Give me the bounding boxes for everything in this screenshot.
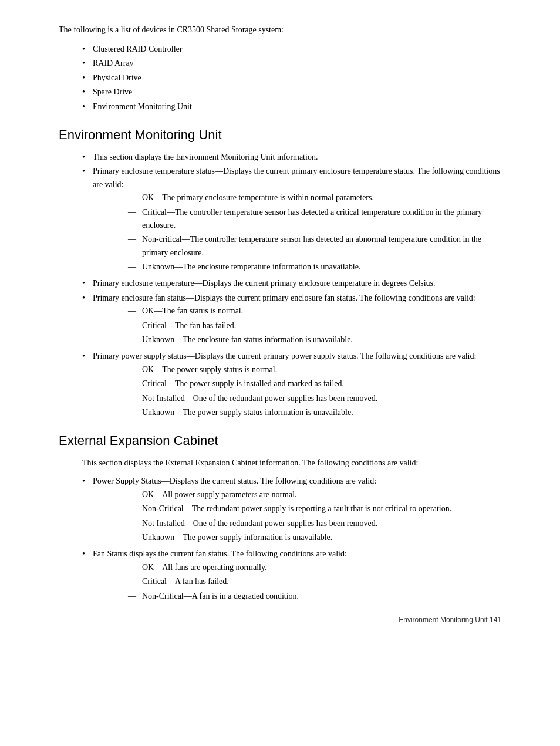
eec-item-1-sub: OK—All power supply parameters are norma… [128,488,501,545]
dash-item: OK—The fan status is normal. [128,305,501,318]
emu-item-1: This section displays the Environment Mo… [82,151,501,164]
emu-item-5-sub: OK—The power supply status is normal. Cr… [128,363,501,420]
dash-item: Unknown—The enclosure temperature inform… [128,261,501,274]
dash-item: Not Installed—One of the redundant power… [128,517,501,530]
emu-item-5: Primary power supply status—Displays the… [82,350,501,419]
list-item: RAID Array [82,57,501,70]
emu-item-4: Primary enclosure fan status—Displays th… [82,292,501,347]
dash-item: Critical—The fan has failed. [128,319,501,332]
page-footer: Environment Monitoring Unit 141 [399,616,501,624]
dash-item: OK—All fans are operating normally. [128,561,501,574]
emu-item-2: Primary enclosure temperature status—Dis… [82,165,501,274]
dash-item: Non-Critical—A fan is in a degraded cond… [128,590,501,603]
eec-list: Power Supply Status—Displays the current… [82,475,501,603]
dash-item: Not Installed—One of the redundant power… [128,392,501,405]
list-item: Physical Drive [82,72,501,85]
dash-item: Non-critical—The controller temperature … [128,233,501,259]
dash-item: Critical—A fan has failed. [128,575,501,588]
dash-item: OK—All power supply parameters are norma… [128,488,501,501]
emu-item-2-sub: OK—The primary enclosure temperature is … [128,191,501,274]
dash-item: OK—The power supply status is normal. [128,363,501,376]
emu-list: This section displays the Environment Mo… [82,151,501,419]
section-heading-eec: External Expansion Cabinet [59,433,501,448]
eec-item-1: Power Supply Status—Displays the current… [82,475,501,544]
list-item: Spare Drive [82,86,501,99]
device-list: Clustered RAID Controller RAID Array Phy… [82,43,501,113]
dash-item: Unknown—The power supply status informat… [128,406,501,419]
page-container: The following is a list of devices in CR… [0,0,560,642]
section-heading-emu: Environment Monitoring Unit [59,127,501,143]
eec-intro: This section displays the External Expan… [82,457,501,469]
emu-item-4-sub: OK—The fan status is normal. Critical—Th… [128,305,501,346]
dash-item: Non-Critical—The redundant power supply … [128,502,501,515]
intro-paragraph: The following is a list of devices in CR… [59,23,501,36]
eec-item-2-sub: OK—All fans are operating normally. Crit… [128,561,501,603]
dash-item: OK—The primary enclosure temperature is … [128,191,501,204]
eec-item-2: Fan Status displays the current fan stat… [82,548,501,603]
list-item: Clustered RAID Controller [82,43,501,56]
list-item: Environment Monitoring Unit [82,100,501,113]
emu-item-3: Primary enclosure temperature—Displays t… [82,277,501,290]
dash-item: Critical—The power supply is installed a… [128,377,501,390]
dash-item: Critical—The controller temperature sens… [128,206,501,232]
dash-item: Unknown—The enclosure fan status informa… [128,333,501,346]
dash-item: Unknown—The power supply information is … [128,531,501,544]
